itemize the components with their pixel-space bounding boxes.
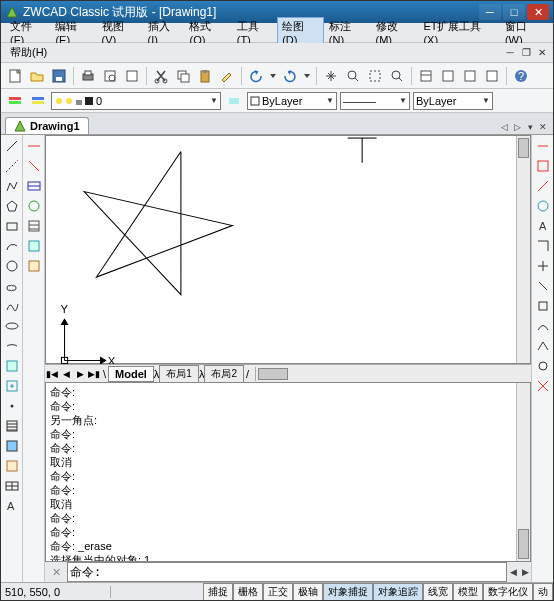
mdi-minimize-button[interactable]: ─ xyxy=(503,46,517,60)
command-line[interactable]: 命令: xyxy=(67,562,507,582)
status-数字化仪[interactable]: 数字化仪 xyxy=(483,583,533,601)
block-icon[interactable] xyxy=(25,237,43,255)
cmdhist-vscrollbar[interactable] xyxy=(516,383,530,561)
match-properties-button[interactable] xyxy=(217,66,237,86)
region-icon[interactable] xyxy=(25,197,43,215)
hatch-button[interactable] xyxy=(3,417,21,435)
status-对象追踪[interactable]: 对象追踪 xyxy=(373,583,423,601)
circle-button[interactable] xyxy=(3,257,21,275)
rectangle-button[interactable] xyxy=(3,217,21,235)
mdi-restore-button[interactable]: ❐ xyxy=(519,46,533,60)
print-button[interactable] xyxy=(78,66,98,86)
revision-cloud-button[interactable] xyxy=(3,277,21,295)
command-input[interactable] xyxy=(101,565,504,579)
hatch-icon[interactable] xyxy=(25,217,43,235)
pan-button[interactable] xyxy=(321,66,341,86)
tool-palettes-button[interactable] xyxy=(460,66,480,86)
design-center-button[interactable] xyxy=(438,66,458,86)
layer-properties-button[interactable] xyxy=(5,91,25,111)
explode-button[interactable] xyxy=(534,377,552,395)
save-button[interactable] xyxy=(49,66,69,86)
area-button[interactable] xyxy=(534,157,552,175)
paste-button[interactable] xyxy=(195,66,215,86)
cmd-handle-icon[interactable]: ✕ xyxy=(45,566,67,579)
redo-dropdown-button[interactable] xyxy=(302,66,312,86)
command-history[interactable]: 命令: 命令: 另一角点: 命令: 命令: 取消 命令: 命令: 取消 命令: … xyxy=(45,382,531,562)
layer-prev-button[interactable] xyxy=(224,91,244,111)
layer-combo[interactable]: 0 ▼ xyxy=(51,92,221,110)
mdi-close-button[interactable]: ✕ xyxy=(535,46,549,60)
wipeout-icon[interactable] xyxy=(25,257,43,275)
linetype-combo[interactable]: ——— ▼ xyxy=(340,92,410,110)
insert-block-button[interactable] xyxy=(3,357,21,375)
copy-button[interactable] xyxy=(173,66,193,86)
dimension-button[interactable] xyxy=(534,277,552,295)
cut-button[interactable] xyxy=(151,66,171,86)
help-button[interactable]: ? xyxy=(511,66,531,86)
fillet-button[interactable] xyxy=(534,357,552,375)
coordinate-display[interactable]: 510, 550, 0 xyxy=(1,586,111,598)
point-button[interactable] xyxy=(3,397,21,415)
chamfer-button[interactable] xyxy=(534,337,552,355)
canvas-vscrollbar[interactable] xyxy=(516,136,530,363)
region-button[interactable] xyxy=(3,457,21,475)
polyline-button[interactable] xyxy=(3,177,21,195)
tab-scroll-left-button[interactable]: ◁ xyxy=(498,120,510,134)
status-模型[interactable]: 模型 xyxy=(453,583,483,601)
publish-button[interactable] xyxy=(122,66,142,86)
new-button[interactable] xyxy=(5,66,25,86)
tab-menu-button[interactable]: ▾ xyxy=(524,120,536,134)
properties-button[interactable] xyxy=(416,66,436,86)
layout1-tab[interactable]: 布局1 xyxy=(159,365,199,383)
status-栅格[interactable]: 栅格 xyxy=(233,583,263,601)
leader-icon[interactable] xyxy=(25,157,43,175)
zoom-window-button[interactable] xyxy=(365,66,385,86)
tab-close-button[interactable]: ✕ xyxy=(537,120,549,134)
list-button[interactable] xyxy=(534,197,552,215)
line-button[interactable] xyxy=(3,137,21,155)
zoom-previous-button[interactable] xyxy=(387,66,407,86)
table-button[interactable] xyxy=(3,477,21,495)
break-button[interactable] xyxy=(534,317,552,335)
ellipse-button[interactable] xyxy=(3,317,21,335)
status-极轴[interactable]: 极轴 xyxy=(293,583,323,601)
id-point-button[interactable]: A xyxy=(534,217,552,235)
tab-next-button[interactable]: ▶ xyxy=(73,367,87,381)
tab-first-button[interactable]: ▮◀ xyxy=(45,367,59,381)
undo-dropdown-button[interactable] xyxy=(268,66,278,86)
dimension-icon[interactable] xyxy=(25,137,43,155)
calculator-button[interactable] xyxy=(482,66,502,86)
open-button[interactable] xyxy=(27,66,47,86)
layout2-tab[interactable]: 布局2 xyxy=(204,365,244,383)
gradient-button[interactable] xyxy=(3,437,21,455)
model-tab[interactable]: Model xyxy=(108,366,154,382)
color-combo[interactable]: ByLayer ▼ xyxy=(247,92,337,110)
status-正交[interactable]: 正交 xyxy=(263,583,293,601)
layer-manager-button[interactable] xyxy=(28,91,48,111)
tab-scroll-right-button[interactable]: ▷ xyxy=(511,120,523,134)
document-tab-active[interactable]: Drawing1 xyxy=(5,117,89,134)
table-icon[interactable] xyxy=(25,177,43,195)
status-动[interactable]: 动 xyxy=(533,583,553,601)
ellipse-arc-button[interactable] xyxy=(3,337,21,355)
region-mass-button[interactable] xyxy=(534,177,552,195)
redo-button[interactable] xyxy=(280,66,300,86)
make-block-button[interactable] xyxy=(3,377,21,395)
arc-button[interactable] xyxy=(3,237,21,255)
undo-button[interactable] xyxy=(246,66,266,86)
multiline-text-button[interactable]: A xyxy=(3,497,21,515)
cmd-scroll-right-button[interactable]: ▶ xyxy=(519,565,531,579)
tab-last-button[interactable]: ▶▮ xyxy=(87,367,101,381)
print-preview-button[interactable] xyxy=(100,66,120,86)
lineweight-combo[interactable]: ByLayer ▼ xyxy=(413,92,493,110)
status-对象捕捉[interactable]: 对象捕捉 xyxy=(323,583,373,601)
spline-button[interactable] xyxy=(3,297,21,315)
time-button[interactable] xyxy=(534,237,552,255)
tab-prev-button[interactable]: ◀ xyxy=(59,367,73,381)
cmd-scroll-left-button[interactable]: ◀ xyxy=(507,565,519,579)
drawing-canvas[interactable]: X Y xyxy=(46,136,530,378)
status-button[interactable] xyxy=(534,257,552,275)
construction-line-button[interactable] xyxy=(3,157,21,175)
distance-button[interactable] xyxy=(534,137,552,155)
align-button[interactable] xyxy=(534,297,552,315)
